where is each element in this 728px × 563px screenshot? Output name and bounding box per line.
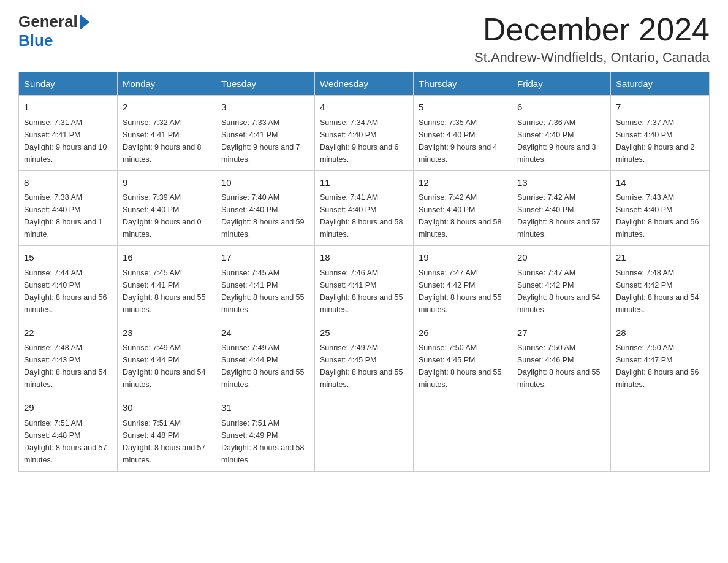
calendar-day-cell [315,396,414,472]
calendar-day-cell: 21 Sunrise: 7:48 AMSunset: 4:42 PMDaylig… [611,246,710,321]
day-info: Sunrise: 7:43 AMSunset: 4:40 PMDaylight:… [616,193,699,239]
day-info: Sunrise: 7:34 AMSunset: 4:40 PMDaylight:… [320,118,399,164]
calendar-day-cell: 8 Sunrise: 7:38 AMSunset: 4:40 PMDayligh… [19,170,118,246]
day-info: Sunrise: 7:36 AMSunset: 4:40 PMDaylight:… [517,118,596,164]
day-info: Sunrise: 7:37 AMSunset: 4:40 PMDaylight:… [616,118,695,164]
calendar-week-row: 8 Sunrise: 7:38 AMSunset: 4:40 PMDayligh… [19,170,710,246]
calendar-day-cell: 30 Sunrise: 7:51 AMSunset: 4:48 PMDaylig… [118,396,216,472]
day-info: Sunrise: 7:50 AMSunset: 4:47 PMDaylight:… [616,343,699,389]
day-number: 18 [320,251,408,265]
weekday-header-wednesday: Wednesday [315,72,414,96]
calendar-day-cell: 1 Sunrise: 7:31 AMSunset: 4:41 PMDayligh… [19,96,118,171]
calendar-week-row: 1 Sunrise: 7:31 AMSunset: 4:41 PMDayligh… [19,96,710,171]
day-info: Sunrise: 7:48 AMSunset: 4:43 PMDaylight:… [24,343,107,389]
day-info: Sunrise: 7:47 AMSunset: 4:42 PMDaylight:… [517,269,601,314]
month-title: December 2024 [474,12,710,47]
title-area: December 2024 St.Andrew-Windfields, Onta… [474,12,710,66]
logo: General Blue [18,12,89,50]
weekday-header-sunday: Sunday [19,72,118,96]
calendar-table: SundayMondayTuesdayWednesdayThursdayFrid… [18,72,710,472]
calendar-day-cell: 17 Sunrise: 7:45 AMSunset: 4:41 PMDaylig… [216,246,315,321]
day-number: 12 [419,176,507,190]
calendar-day-cell: 14 Sunrise: 7:43 AMSunset: 4:40 PMDaylig… [611,170,710,246]
day-number: 16 [123,251,211,265]
day-info: Sunrise: 7:45 AMSunset: 4:41 PMDaylight:… [221,269,305,314]
day-number: 8 [24,176,112,190]
calendar-day-cell: 23 Sunrise: 7:49 AMSunset: 4:44 PMDaylig… [118,321,216,396]
day-number: 14 [616,176,704,190]
day-number: 26 [419,326,507,340]
calendar-day-cell: 11 Sunrise: 7:41 AMSunset: 4:40 PMDaylig… [315,170,414,246]
day-info: Sunrise: 7:32 AMSunset: 4:41 PMDaylight:… [123,118,202,164]
weekday-header-saturday: Saturday [611,72,710,96]
day-number: 30 [123,401,211,415]
day-number: 15 [24,251,112,265]
day-info: Sunrise: 7:42 AMSunset: 4:40 PMDaylight:… [517,193,601,239]
calendar-day-cell: 26 Sunrise: 7:50 AMSunset: 4:45 PMDaylig… [414,321,512,396]
calendar-day-cell: 20 Sunrise: 7:47 AMSunset: 4:42 PMDaylig… [512,246,611,321]
calendar-day-cell [611,396,710,472]
calendar-day-cell: 28 Sunrise: 7:50 AMSunset: 4:47 PMDaylig… [611,321,710,396]
day-info: Sunrise: 7:31 AMSunset: 4:41 PMDaylight:… [24,118,107,164]
day-number: 13 [517,176,605,190]
day-info: Sunrise: 7:45 AMSunset: 4:41 PMDaylight:… [123,269,206,314]
day-number: 3 [221,101,309,115]
day-number: 28 [616,326,704,340]
day-info: Sunrise: 7:38 AMSunset: 4:40 PMDaylight:… [24,193,103,239]
day-number: 22 [24,326,112,340]
weekday-header-row: SundayMondayTuesdayWednesdayThursdayFrid… [19,72,710,96]
day-info: Sunrise: 7:40 AMSunset: 4:40 PMDaylight:… [221,193,305,239]
page-header: General Blue December 2024 St.Andrew-Win… [18,12,710,66]
day-info: Sunrise: 7:44 AMSunset: 4:40 PMDaylight:… [24,269,107,314]
day-info: Sunrise: 7:50 AMSunset: 4:46 PMDaylight:… [517,343,601,389]
day-info: Sunrise: 7:42 AMSunset: 4:40 PMDaylight:… [419,193,502,239]
weekday-header-thursday: Thursday [414,72,512,96]
calendar-day-cell [512,396,611,472]
calendar-day-cell: 10 Sunrise: 7:40 AMSunset: 4:40 PMDaylig… [216,170,315,246]
day-number: 21 [616,251,704,265]
calendar-day-cell: 5 Sunrise: 7:35 AMSunset: 4:40 PMDayligh… [414,96,512,171]
day-number: 4 [320,101,408,115]
day-number: 29 [24,401,112,415]
day-number: 27 [517,326,605,340]
day-number: 20 [517,251,605,265]
day-number: 10 [221,176,309,190]
calendar-day-cell: 25 Sunrise: 7:49 AMSunset: 4:45 PMDaylig… [315,321,414,396]
calendar-day-cell: 3 Sunrise: 7:33 AMSunset: 4:41 PMDayligh… [216,96,315,171]
logo-triangle-icon [80,14,89,30]
calendar-day-cell: 4 Sunrise: 7:34 AMSunset: 4:40 PMDayligh… [315,96,414,171]
day-number: 19 [419,251,507,265]
calendar-day-cell: 12 Sunrise: 7:42 AMSunset: 4:40 PMDaylig… [414,170,512,246]
calendar-week-row: 15 Sunrise: 7:44 AMSunset: 4:40 PMDaylig… [19,246,710,321]
day-info: Sunrise: 7:47 AMSunset: 4:42 PMDaylight:… [419,269,502,314]
calendar-day-cell: 22 Sunrise: 7:48 AMSunset: 4:43 PMDaylig… [19,321,118,396]
day-info: Sunrise: 7:49 AMSunset: 4:45 PMDaylight:… [320,343,403,389]
day-number: 5 [419,101,507,115]
day-number: 11 [320,176,408,190]
calendar-week-row: 22 Sunrise: 7:48 AMSunset: 4:43 PMDaylig… [19,321,710,396]
day-number: 7 [616,101,704,115]
day-info: Sunrise: 7:33 AMSunset: 4:41 PMDaylight:… [221,118,300,164]
weekday-header-friday: Friday [512,72,611,96]
day-info: Sunrise: 7:51 AMSunset: 4:48 PMDaylight:… [24,419,107,464]
day-info: Sunrise: 7:35 AMSunset: 4:40 PMDaylight:… [419,118,498,164]
calendar-day-cell: 15 Sunrise: 7:44 AMSunset: 4:40 PMDaylig… [19,246,118,321]
calendar-day-cell: 6 Sunrise: 7:36 AMSunset: 4:40 PMDayligh… [512,96,611,171]
calendar-day-cell: 24 Sunrise: 7:49 AMSunset: 4:44 PMDaylig… [216,321,315,396]
day-info: Sunrise: 7:51 AMSunset: 4:49 PMDaylight:… [221,419,305,464]
day-info: Sunrise: 7:49 AMSunset: 4:44 PMDaylight:… [123,343,206,389]
day-number: 24 [221,326,309,340]
weekday-header-monday: Monday [118,72,216,96]
calendar-week-row: 29 Sunrise: 7:51 AMSunset: 4:48 PMDaylig… [19,396,710,472]
day-number: 23 [123,326,211,340]
calendar-day-cell: 16 Sunrise: 7:45 AMSunset: 4:41 PMDaylig… [118,246,216,321]
calendar-day-cell: 19 Sunrise: 7:47 AMSunset: 4:42 PMDaylig… [414,246,512,321]
day-info: Sunrise: 7:48 AMSunset: 4:42 PMDaylight:… [616,269,699,314]
calendar-day-cell: 18 Sunrise: 7:46 AMSunset: 4:41 PMDaylig… [315,246,414,321]
day-number: 1 [24,101,112,115]
logo-text-general: General [18,12,78,31]
day-number: 2 [123,101,211,115]
day-info: Sunrise: 7:49 AMSunset: 4:44 PMDaylight:… [221,343,305,389]
calendar-day-cell: 29 Sunrise: 7:51 AMSunset: 4:48 PMDaylig… [19,396,118,472]
day-number: 25 [320,326,408,340]
